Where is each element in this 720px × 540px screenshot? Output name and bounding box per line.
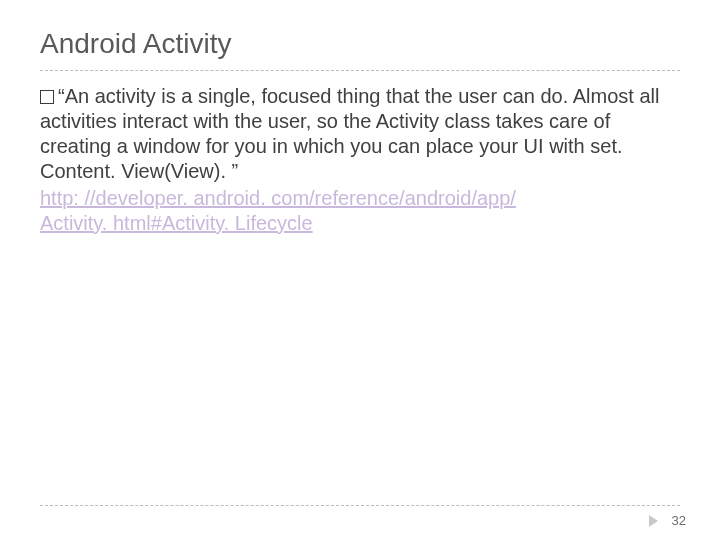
bullet-text: “An activity is a single, focused thing …	[40, 85, 659, 182]
bullet-paragraph: “An activity is a single, focused thing …	[40, 84, 680, 184]
reference-link-line1[interactable]: http: //developer. android. com/referenc…	[40, 187, 516, 209]
reference-link-line2[interactable]: Activity. html#Activity. Lifecycle	[40, 212, 313, 234]
page-number: 32	[672, 513, 686, 528]
bullet-square-icon	[40, 90, 54, 104]
slide-title: Android Activity	[40, 28, 231, 60]
slide-body: “An activity is a single, focused thing …	[40, 84, 680, 236]
reference-link-block: http: //developer. android. com/referenc…	[40, 186, 680, 236]
title-divider	[40, 70, 680, 71]
slide: Android Activity “An activity is a singl…	[0, 0, 720, 540]
page-arrow-icon	[649, 515, 658, 527]
footer-divider	[40, 505, 680, 506]
